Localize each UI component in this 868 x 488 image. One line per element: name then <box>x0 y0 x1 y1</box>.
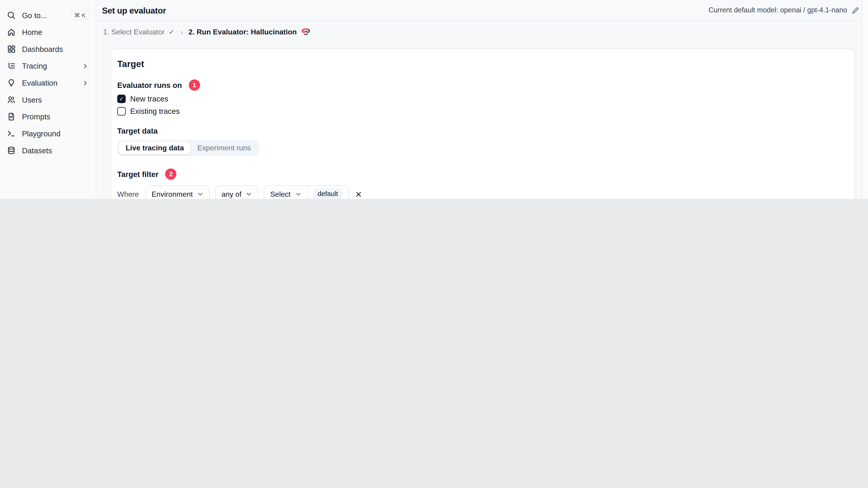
sidebar-item-tracing[interactable]: Tracing <box>0 57 96 74</box>
target-data-label-text: Target data <box>117 127 158 135</box>
step-badge-1: 1 <box>189 79 200 91</box>
existing-traces-label: Existing traces <box>130 107 180 116</box>
edit-model-icon[interactable] <box>852 6 859 14</box>
filter-value-placeholder: Select <box>270 190 291 198</box>
page-header: Set up evaluator Current default model: … <box>96 0 868 21</box>
divider <box>307 186 308 199</box>
sidebar-item-label: Users <box>22 96 89 104</box>
search-icon <box>7 11 16 20</box>
sidebar-item-home[interactable]: Home <box>0 24 96 41</box>
chevron-down-icon <box>295 191 301 197</box>
runs-on-section-label: Evaluator runs on 1 <box>117 79 848 91</box>
evaluation-icon <box>7 78 16 87</box>
sidebar-item-label: Playground <box>22 129 89 138</box>
existing-traces-checkbox[interactable] <box>117 107 126 116</box>
sidebar-item-playground[interactable]: Playground <box>0 125 96 142</box>
sidebar-item-datasets[interactable]: Datasets <box>0 142 96 159</box>
chevron-down-icon <box>197 191 204 197</box>
filter-column-value: Environment <box>152 190 193 198</box>
sidebar-item-label: Prompts <box>22 112 89 121</box>
check-icon: ✓ <box>168 28 175 36</box>
breadcrumb-step1[interactable]: 1. Select Evaluator ✓ <box>103 28 175 36</box>
target-data-label: Target data <box>117 127 848 135</box>
sidebar-item-label: Datasets <box>22 146 89 155</box>
filter-operator-value: any of <box>222 190 242 198</box>
app-window: Go to... ⌘ K HomeDashboardsTracingEvalua… <box>0 0 868 199</box>
filter-row: Where Environment any of Select default … <box>117 186 848 199</box>
page-title: Set up evaluator <box>102 5 166 15</box>
sidebar-item-dashboards[interactable]: Dashboards <box>0 41 96 58</box>
chevron-right-icon <box>82 62 89 70</box>
filter-value-badge: default <box>313 188 343 199</box>
breadcrumb-step2: 2. Run Evaluator: Hallucination <box>188 27 310 37</box>
sidebar-item-prompts[interactable]: Prompts <box>0 108 96 125</box>
sidebar-goto-label: Go to... <box>22 11 65 20</box>
datasets-icon <box>7 146 16 155</box>
tracing-icon <box>7 62 16 70</box>
sidebar-item-label: Dashboards <box>22 45 89 53</box>
sidebar-item-label: Evaluation <box>22 78 75 87</box>
goto-shortcut-badge: ⌘ K <box>71 10 89 20</box>
new-traces-label: New traces <box>130 95 168 103</box>
sidebar: Go to... ⌘ K HomeDashboardsTracingEvalua… <box>0 0 96 199</box>
step-badge-2: 2 <box>165 168 177 180</box>
target-heading: Target <box>117 59 848 69</box>
chevron-down-icon <box>246 191 252 197</box>
sidebar-item-label: Tracing <box>22 62 75 70</box>
checkbox-row-existing-traces[interactable]: Existing traces <box>117 107 848 116</box>
playground-icon <box>7 129 16 138</box>
sidebar-item-evaluation[interactable]: Evaluation <box>0 74 96 91</box>
knot-emoji-icon <box>301 27 310 37</box>
target-filter-label: Target filter <box>117 170 159 178</box>
target-filter-section-label: Target filter 2 <box>117 168 848 180</box>
users-icon <box>7 95 16 104</box>
chevron-right-icon: › <box>181 28 183 36</box>
runs-on-label: Evaluator runs on <box>117 81 182 89</box>
where-label: Where <box>117 190 140 198</box>
tab-experiment-runs[interactable]: Experiment runs <box>191 141 257 154</box>
page-scrollbar[interactable] <box>862 0 868 199</box>
new-traces-checkbox[interactable]: ✓ <box>117 95 126 103</box>
breadcrumb-step1-label: 1. Select Evaluator <box>103 28 165 36</box>
tab-live-tracing-data[interactable]: Live tracing data <box>119 141 191 154</box>
sidebar-item-users[interactable]: Users <box>0 91 96 108</box>
default-model-label: Current default model: openai / gpt-4.1-… <box>708 6 847 14</box>
prompts-icon <box>7 112 16 121</box>
filter-value-dropdown[interactable]: Select default <box>264 186 349 199</box>
breadcrumb: 1. Select Evaluator ✓ › 2. Run Evaluator… <box>96 21 868 43</box>
filter-operator-dropdown[interactable]: any of <box>215 186 258 199</box>
checkbox-row-new-traces[interactable]: ✓ New traces <box>117 95 848 103</box>
breadcrumb-step2-label: 2. Run Evaluator: Hallucination <box>188 28 297 36</box>
sidebar-goto[interactable]: Go to... ⌘ K <box>0 7 96 24</box>
filter-column-dropdown[interactable]: Environment <box>145 186 210 199</box>
chevron-right-icon <box>82 79 89 87</box>
target-data-tabs: Live tracing data Experiment runs <box>117 140 259 156</box>
remove-filter-button[interactable]: × <box>355 189 362 199</box>
default-model-info: Current default model: openai / gpt-4.1-… <box>708 6 859 14</box>
sidebar-item-label: Home <box>22 28 89 36</box>
home-icon <box>7 28 16 36</box>
evaluator-setup-card: Target Evaluator runs on 1 ✓ New traces … <box>111 48 855 199</box>
dashboards-icon <box>7 44 16 54</box>
